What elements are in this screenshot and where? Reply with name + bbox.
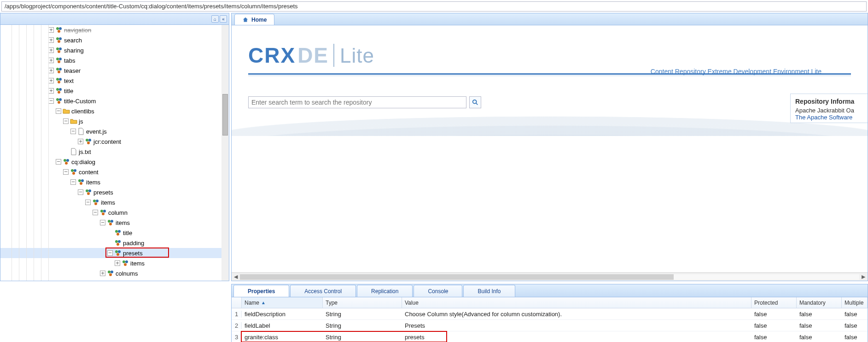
tree-node-label: js.txt [79,148,91,155]
tree-tool-icon[interactable]: ⌂ [211,15,219,23]
tree-node-presets[interactable]: presets [0,187,229,197]
tab-console[interactable]: Console [414,285,462,297]
tree-node-label: presets [93,189,113,196]
tree-node-text[interactable]: text [0,76,229,86]
tree-node-title-Custom[interactable]: title-Custom [0,96,229,106]
grid-header-protected[interactable]: Protected [751,297,797,308]
expand-icon[interactable] [48,37,54,43]
grid-header-multiple[interactable]: Multiple [842,297,868,308]
tree-node-tabs[interactable]: tabs [0,55,229,65]
tree-node-cq-dialog[interactable]: cq:dialog [0,157,229,167]
tree-scrollbar[interactable] [221,25,229,281]
tree-node-clientlibs[interactable]: clientlibs [0,106,229,116]
tree-node-event-js[interactable]: event.js [0,126,229,136]
svg-point-43 [103,210,106,212]
svg-point-20 [58,91,60,94]
collapse-icon[interactable] [70,179,76,185]
expand-icon[interactable] [100,271,105,276]
svg-point-63 [473,100,477,104]
svg-point-1 [59,27,62,30]
tree-node-label: content [79,169,99,176]
expand-icon[interactable] [115,260,120,266]
collapse-panel-icon[interactable]: « [220,15,227,23]
hscroll-left-arrow[interactable]: ◀ [232,274,240,280]
expand-icon[interactable] [48,27,54,33]
collapse-icon[interactable] [63,118,69,124]
collapse-icon[interactable] [78,189,83,195]
tab-home[interactable]: Home [234,14,274,25]
tree-node-presets[interactable]: presets [0,248,229,258]
tree-body[interactable]: navigationsearchsharingtabsteasertexttit… [0,25,229,281]
svg-point-49 [118,230,121,233]
repo-info-title: Repository Informa [795,98,864,105]
tree-node-label: event.js [86,128,107,135]
tree-node-label: items [116,219,130,226]
hscroll-right-arrow[interactable]: ▶ [859,274,868,280]
collapse-icon[interactable] [48,98,54,104]
expand-icon[interactable] [78,139,83,144]
tab-replication[interactable]: Replication [357,285,413,297]
tree-node-js[interactable]: js [0,116,229,126]
svg-point-42 [100,210,103,212]
tab-access-control[interactable]: Access Control [290,285,356,297]
tree-node-navigation[interactable]: navigation [0,25,229,35]
home-icon [242,17,249,23]
search-button[interactable] [469,96,481,108]
collapse-icon[interactable] [100,220,105,225]
grid-header-name[interactable]: Name ▲ [242,297,323,308]
tab-properties[interactable]: Properties [233,285,289,297]
svg-point-36 [86,189,88,192]
tree-node-content[interactable]: content [0,167,229,177]
tree-node-jcr-content[interactable]: jcr:content [0,136,229,147]
grid-row[interactable]: 3granite:classStringpresetsfalsefalsefal… [232,331,868,342]
tree-node-sharing[interactable]: sharing [0,45,229,55]
collapse-icon[interactable] [107,250,113,256]
path-input[interactable]: /apps/blogproject/components/content/tit… [1,1,867,12]
tree-node-items[interactable]: items [0,177,229,187]
tree-node-js-txt[interactable]: js.txt [0,147,229,157]
expand-icon[interactable] [48,47,54,53]
collapse-icon[interactable] [63,169,69,175]
tree-node-label: colnums [116,270,138,277]
main-tabstrip: Home [232,13,868,25]
tree-node-column[interactable]: column [0,207,229,218]
comp-icon [55,77,63,84]
grid-row[interactable]: 1fieldDescriptionStringChoose Column sty… [232,308,868,320]
tree-node-search[interactable]: search [0,35,229,45]
grid-header-type[interactable]: Type [323,297,402,308]
expand-icon[interactable] [48,78,54,83]
expand-icon[interactable] [48,88,54,94]
collapse-icon[interactable] [56,108,61,114]
grid-row[interactable]: 2fieldLabelStringPresetsfalsefalsefalse [232,320,868,331]
prop-type: String [323,322,402,329]
tree-node-padding[interactable]: padding [0,238,229,248]
tree-node-items[interactable]: items [0,218,229,228]
hscroll-thumb[interactable] [240,274,674,280]
tree-node-items[interactable]: items [0,258,229,268]
tree-node-title[interactable]: title [0,86,229,96]
svg-point-61 [111,271,113,273]
tree-node-title[interactable]: title [0,228,229,238]
collapse-icon[interactable] [70,129,76,134]
tree-node-colnums[interactable]: colnums [0,268,229,278]
tree-node-label: padding [123,240,144,247]
tab-build-info[interactable]: Build Info [463,285,515,297]
comp-icon [55,47,63,54]
collapse-icon[interactable] [93,210,98,215]
grid-header-mandatory[interactable]: Mandatory [797,297,842,308]
collapse-icon[interactable] [56,159,61,165]
scrollbar-thumb[interactable] [222,94,228,136]
content-hscrollbar[interactable]: ◀ ▶ [232,272,868,281]
collapse-icon[interactable] [85,200,91,205]
tree-node-teaser[interactable]: teaser [0,65,229,76]
prop-mandatory: false [797,334,842,341]
row-number: 2 [232,322,242,329]
search-input[interactable] [248,96,466,108]
tree-node-items[interactable]: items [0,197,229,207]
tree-node-label: column [108,209,128,216]
expand-icon[interactable] [48,68,54,73]
grid-header-value[interactable]: Value [402,297,751,308]
repo-info-link[interactable]: The Apache Software [795,114,864,121]
grid-body: 1fieldDescriptionStringChoose Column sty… [232,308,868,342]
expand-icon[interactable] [48,58,54,63]
